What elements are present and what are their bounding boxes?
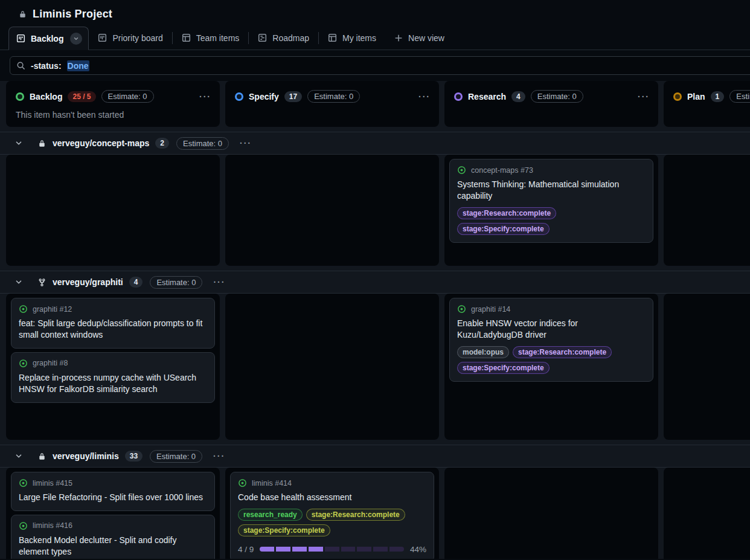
label-pill: stage:Research:complete <box>513 346 612 358</box>
page-title: Liminis Project <box>33 8 112 21</box>
cell-backlog: graphiti #12 feat: Split large dedup/cla… <box>6 294 220 440</box>
issue-ref: liminis #414 <box>252 479 292 488</box>
project-icon <box>98 33 107 42</box>
issue-open-icon <box>19 359 28 368</box>
repo-forked-icon <box>37 278 46 287</box>
chevron-down-icon[interactable] <box>14 139 23 147</box>
column-plan: Plan 1 Estimate: 0 <box>664 81 750 127</box>
column-menu-button[interactable]: ··· <box>638 94 650 100</box>
column-title: Research <box>468 92 506 101</box>
issue-ref: concept-maps #73 <box>471 166 533 175</box>
chevron-down-icon[interactable] <box>14 452 23 460</box>
subtask-progress: 4 / 9 44% <box>238 545 426 554</box>
issue-title: Large File Refactoring - Split files ove… <box>19 492 207 503</box>
issue-title: Backend Model declutter - Split and codi… <box>19 535 207 558</box>
tab-team-items[interactable]: Team items <box>173 26 249 50</box>
lane-menu-button[interactable]: ··· <box>240 140 252 146</box>
issue-ref: graphiti #8 <box>33 359 68 367</box>
column-estimate-pill: Estimate: 0 <box>729 90 750 103</box>
lane-estimate-pill: Estimate: 0 <box>176 137 229 150</box>
lane-count-badge: 4 <box>129 277 143 288</box>
search-icon <box>16 61 25 70</box>
issue-ref: liminis #416 <box>33 521 72 530</box>
issue-title: Replace in-process numpy cache with USea… <box>19 372 207 395</box>
issue-card-liminis-415[interactable]: liminis #415 Large File Refactoring - Sp… <box>11 472 215 511</box>
tab-label: Backlog <box>31 34 63 43</box>
column-estimate-pill: Estimate: 0 <box>531 90 583 103</box>
plus-icon <box>394 34 403 42</box>
filter-input[interactable]: -status:Done <box>10 56 750 75</box>
lane-estimate-pill: Estimate: 0 <box>150 450 202 463</box>
issue-title: Systems Thinking: Mathematical simulatio… <box>457 179 646 202</box>
filter-row: -status:Done <box>0 50 750 81</box>
issue-open-icon <box>238 478 247 488</box>
projects-board-app: Liminis Project Backlog Priority board <box>0 0 750 560</box>
project-title-row: Liminis Project <box>0 0 750 21</box>
issue-card-liminis-416[interactable]: liminis #416 Backend Model declutter - S… <box>11 515 215 559</box>
label-pill: model:opus <box>457 346 509 358</box>
tab-label: Priority board <box>112 33 162 43</box>
issue-card-liminis-414[interactable]: liminis #414 Code base health assessment… <box>230 472 434 559</box>
lane-menu-button[interactable]: ··· <box>213 279 225 285</box>
column-status-dot <box>673 92 682 101</box>
table-icon <box>182 33 191 42</box>
lane-title: verveguy/liminis <box>53 451 119 461</box>
lane-graphiti-row: graphiti #12 feat: Split large dedup/cla… <box>0 294 750 440</box>
lane-header-liminis: verveguy/liminis 33 Estimate: 0 ··· <box>0 445 750 468</box>
issue-open-icon <box>19 304 28 314</box>
label-pill: research_ready <box>238 509 303 521</box>
issue-ref: graphiti #12 <box>33 305 72 314</box>
roadmap-icon <box>258 33 267 42</box>
page-header: Liminis Project Backlog Priority board <box>0 0 750 81</box>
chevron-down-icon[interactable] <box>14 278 23 286</box>
lane-header-graphiti: verveguy/graphiti 4 Estimate: 0 ··· <box>0 271 750 294</box>
tab-backlog[interactable]: Backlog <box>8 27 89 50</box>
column-menu-button[interactable]: ··· <box>418 94 431 100</box>
issue-card-graphiti-12[interactable]: graphiti #12 feat: Split large dedup/cla… <box>11 298 215 349</box>
project-icon <box>16 34 25 43</box>
tab-options-caret[interactable] <box>70 33 82 45</box>
issue-open-icon <box>19 521 28 530</box>
column-count-badge: 4 <box>511 91 525 102</box>
lane-count-badge: 2 <box>155 138 169 149</box>
tab-label: My items <box>342 33 376 43</box>
cell-specify <box>225 155 439 266</box>
new-view-button[interactable]: New view <box>385 26 454 50</box>
filter-query-text: -status: <box>31 61 62 71</box>
column-estimate-pill: Estimate: 0 <box>101 90 154 103</box>
cell-backlog: liminis #415 Large File Refactoring - Sp… <box>6 468 220 559</box>
column-research: Research 4 Estimate: 0 ··· <box>444 81 658 127</box>
column-backlog: Backlog 25 / 5 Estimate: 0 ··· This item… <box>6 81 220 127</box>
column-estimate-pill: Estimate: 0 <box>307 90 360 103</box>
lane-header-concept-maps: verveguy/concept-maps 2 Estimate: 0 ··· <box>0 132 750 155</box>
tab-priority-board[interactable]: Priority board <box>89 26 171 50</box>
issue-card-graphiti-14[interactable]: graphiti #14 Enable HNSW vector indices … <box>449 298 653 382</box>
column-title: Plan <box>687 92 705 101</box>
cell-backlog <box>6 155 220 266</box>
tab-label: Roadmap <box>272 33 309 43</box>
lane-title: verveguy/concept-maps <box>53 138 149 148</box>
lock-icon <box>37 139 46 148</box>
column-status-dot <box>235 92 243 101</box>
cell-plan <box>664 468 750 559</box>
lock-icon <box>18 10 27 19</box>
lane-menu-button[interactable]: ··· <box>213 453 225 459</box>
progress-bar <box>260 547 404 552</box>
tab-my-items[interactable]: My items <box>319 26 385 50</box>
column-menu-button[interactable]: ··· <box>199 94 211 100</box>
lane-estimate-pill: Estimate: 0 <box>150 276 202 289</box>
issue-card-graphiti-8[interactable]: graphiti #8 Replace in-process numpy cac… <box>11 352 215 403</box>
cell-plan <box>664 294 750 440</box>
tab-roadmap[interactable]: Roadmap <box>249 26 318 50</box>
table-icon <box>328 33 337 42</box>
issue-open-icon <box>457 304 466 314</box>
column-count-badge: 1 <box>711 91 725 102</box>
issue-open-icon <box>19 478 28 488</box>
label-pill: stage:Research:complete <box>306 509 405 521</box>
tab-label: Team items <box>196 33 240 43</box>
issue-card-concept-maps-73[interactable]: concept-maps #73 Systems Thinking: Mathe… <box>449 159 653 243</box>
issue-ref: graphiti #14 <box>471 305 510 314</box>
view-tabs: Backlog Priority board Team items <box>0 26 750 50</box>
tab-label: New view <box>408 33 444 43</box>
column-count-badge: 25 / 5 <box>68 91 95 102</box>
